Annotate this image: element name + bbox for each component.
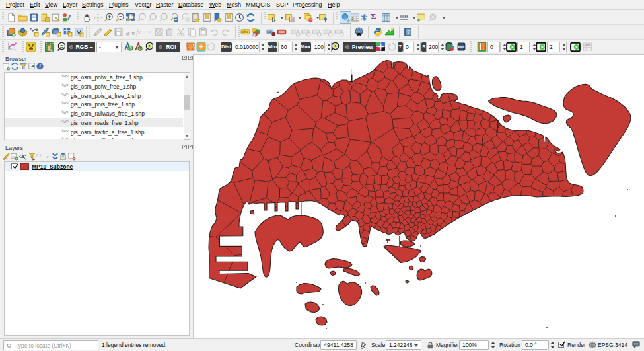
svg-text:abc: abc <box>242 30 249 34</box>
svg-text:ab: ab <box>269 30 273 34</box>
svg-text:fx: fx <box>136 28 141 36</box>
svg-text:i: i <box>344 15 345 20</box>
svg-text:…: … <box>40 157 44 160</box>
svg-text:abc: abc <box>279 30 285 34</box>
svg-text:KML: KML <box>458 46 464 49</box>
svg-text:?: ? <box>407 29 410 35</box>
